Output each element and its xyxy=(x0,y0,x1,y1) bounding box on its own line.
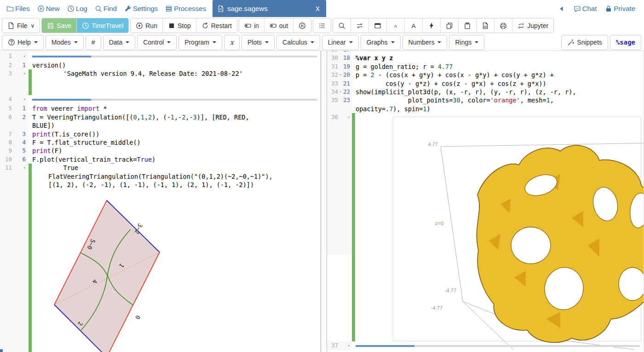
file-icon xyxy=(217,5,224,12)
pane-splitter[interactable] xyxy=(321,51,327,352)
split-view-button[interactable] xyxy=(368,18,386,33)
code-line[interactable]: 32▾20p = 2 - (cos(x + g*y) + cos(x - g*y… xyxy=(327,71,644,79)
cell-marker-icon[interactable]: ▾ xyxy=(17,164,26,352)
code-text[interactable]: print(F) xyxy=(29,147,62,155)
corner-resize-handle[interactable] xyxy=(0,349,3,352)
nav-log[interactable]: Log xyxy=(63,5,91,12)
fold-arrow-icon[interactable]: ▾ xyxy=(338,88,343,96)
code-line[interactable]: 34▾22show(implicit_plot3d(p, (x, -r, r),… xyxy=(327,88,644,96)
code-line[interactable]: 3018%var x y z xyxy=(327,54,644,62)
cell-divider-line[interactable] xyxy=(32,56,317,57)
code-text[interactable]: version() xyxy=(29,61,66,69)
code-line[interactable]: 3119g = golden_ratio; r = 4.77 xyxy=(327,62,644,71)
jupyter-button[interactable]: Jupyter xyxy=(512,18,553,33)
cell-marker-icon[interactable]: ▾ xyxy=(343,113,350,341)
code-text[interactable]: plot_points=30, color='orange', mesh=1, xyxy=(352,96,554,104)
print-button[interactable] xyxy=(494,18,512,33)
code-text[interactable]: F.plot(vertical_train_track=True) xyxy=(29,155,155,164)
menu-numbers-button[interactable]: Numbers xyxy=(402,35,448,50)
code-line[interactable]: 3321 cos(y - g*z) + cos(z - g*x) + cos(z… xyxy=(327,79,644,88)
code-text[interactable]: show(implicit_plot3d(p, (x, -r, r), (y, … xyxy=(352,88,576,96)
code-line[interactable]: 21version() xyxy=(0,61,321,69)
timetravel-button[interactable]: TimeTravel xyxy=(76,18,128,33)
code-text[interactable]: print(T.is_core()) xyxy=(29,130,99,138)
editor-pane-right[interactable]: 29173018%var x y z3119g = golden_ratio; … xyxy=(327,51,644,352)
code-line[interactable]: 51from veerer import * xyxy=(0,104,321,113)
toggle-output-button[interactable]: out xyxy=(264,18,293,33)
menu-plots-button[interactable]: Plots xyxy=(242,35,275,50)
nav-files[interactable]: Files xyxy=(3,5,34,12)
outline-button[interactable] xyxy=(313,18,331,33)
code-line[interactable]: 95print(F) xyxy=(0,147,321,155)
nav-new[interactable]: New xyxy=(34,5,63,12)
close-tab-icon[interactable]: X xyxy=(314,5,322,12)
menu-calculus-button[interactable]: Calculus xyxy=(276,35,320,50)
restart-button[interactable]: Restart xyxy=(196,18,237,33)
cell-marker-icon[interactable]: ▾ xyxy=(17,52,26,61)
menu---button[interactable]: # xyxy=(86,35,101,50)
cell-divider-line[interactable] xyxy=(32,99,317,101)
fold-gap xyxy=(338,113,343,341)
copy-button[interactable] xyxy=(440,18,458,33)
code-line[interactable]: 62T = VeeringTriangulation([(0,1,2), (-1… xyxy=(0,113,321,121)
nav-find[interactable]: Find xyxy=(91,5,121,12)
cell-marker-icon[interactable]: ▾ xyxy=(17,69,26,95)
menu-x-button[interactable]: x xyxy=(224,35,240,50)
code-text[interactable]: cos(y - g*z) + cos(z - g*x) + cos(z + g*… xyxy=(352,79,546,88)
implicit-plot3d-canvas[interactable]: 4.77 z=0 -4.77 -4.77 xyxy=(408,126,644,350)
collapse-chat-icon[interactable] xyxy=(554,5,569,12)
cell-marker-icon[interactable]: ▾ xyxy=(17,95,26,104)
nav-settings[interactable]: Settings xyxy=(121,5,161,12)
inner-line-number xyxy=(343,105,350,113)
file-tab-sage-sagews[interactable]: sage.sagews X xyxy=(213,0,326,17)
menu-modes-button[interactable]: Modes xyxy=(46,35,84,50)
decrease-font-button[interactable]: A xyxy=(386,18,404,33)
toggle-input-button[interactable]: in xyxy=(239,18,264,33)
snippets-button[interactable]: Snippets xyxy=(561,35,608,50)
export-pdf-button[interactable] xyxy=(476,18,494,33)
menu-help-button[interactable]: Help xyxy=(2,35,44,50)
find-button[interactable] xyxy=(333,18,351,33)
swap-icon xyxy=(356,22,363,29)
nav-chat[interactable]: Chat xyxy=(569,5,601,12)
code-line[interactable]: 3523 plot_points=30, color='orange', mes… xyxy=(327,96,644,104)
menu-label: # xyxy=(92,39,95,46)
nav-private[interactable]: Private xyxy=(601,5,639,12)
code-text[interactable]: from veerer import * xyxy=(29,104,107,113)
menu-linear-button[interactable]: Linear xyxy=(322,35,359,50)
code-text[interactable]: p = 2 - (cos(x + g*y) + cos(x - g*y) + c… xyxy=(352,71,554,79)
menu-data-button[interactable]: Data xyxy=(103,35,136,50)
divider-rest xyxy=(414,345,640,347)
delete-output-button[interactable] xyxy=(293,18,311,33)
editor-pane-left[interactable]: 1▾21version()3▾ 'SageMath version 9.4, R… xyxy=(0,51,321,352)
menu-graphs-button[interactable]: Graphs xyxy=(361,35,401,50)
menu-rings-button[interactable]: Rings xyxy=(449,35,484,50)
replace-button[interactable] xyxy=(351,18,368,33)
stop-button[interactable]: Stop xyxy=(162,18,196,33)
run-button[interactable]: Run xyxy=(131,18,162,33)
code-text[interactable]: BLUE]) xyxy=(29,121,55,130)
code-line[interactable]: opacity=.7), spin=1) xyxy=(327,105,644,113)
nav-label: Log xyxy=(76,5,87,12)
cell-divider-line[interactable] xyxy=(356,345,640,347)
code-line[interactable]: 73print(T.is_core()) xyxy=(0,130,321,138)
cell-marker-icon[interactable]: ▾ xyxy=(343,341,350,351)
code-text[interactable]: opacity=.7), spin=1) xyxy=(352,105,431,113)
increase-font-button[interactable]: A xyxy=(404,18,422,33)
file-menu-button[interactable]: File∨ xyxy=(2,18,40,33)
menu-program-button[interactable]: Program xyxy=(178,35,222,50)
menu-control-button[interactable]: Control xyxy=(137,35,177,50)
code-line[interactable]: 84F = T.flat_structure_middle() xyxy=(0,138,321,147)
fold-arrow-icon[interactable]: ▾ xyxy=(338,71,343,79)
code-line[interactable]: BLUE]) xyxy=(0,121,321,130)
code-text[interactable]: %var x y z xyxy=(352,54,393,62)
nav-processes[interactable]: Processes xyxy=(161,5,210,12)
save-button[interactable]: Save xyxy=(42,18,76,33)
paste-button[interactable] xyxy=(458,18,476,33)
code-text[interactable]: T = VeeringTriangulation([(0,1,2), (-1,-… xyxy=(29,113,249,121)
code-text[interactable]: F = T.flat_structure_middle() xyxy=(29,138,141,147)
force-build-button[interactable] xyxy=(422,18,440,33)
code-text[interactable]: g = golden_ratio; r = 4.77 xyxy=(352,62,453,71)
mode-sage-button[interactable]: %sage xyxy=(610,35,641,50)
code-line[interactable]: 106F.plot(vertical_train_track=True) xyxy=(0,155,321,164)
